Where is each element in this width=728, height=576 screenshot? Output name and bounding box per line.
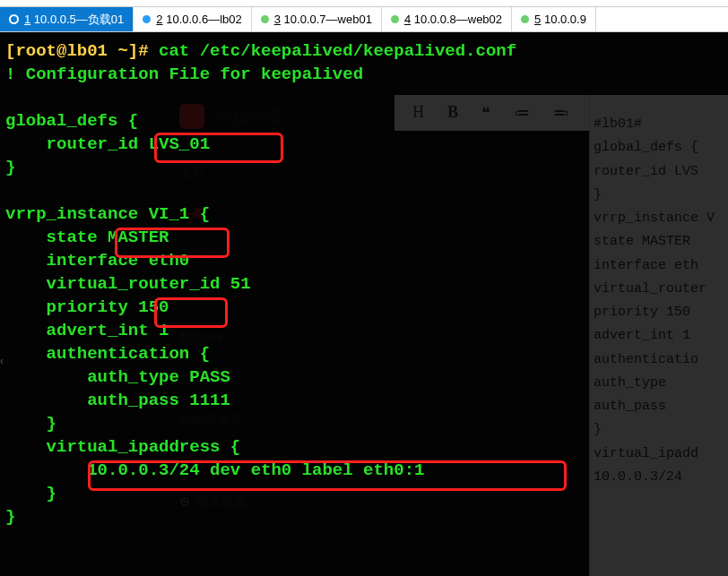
status-icon (261, 15, 269, 23)
main-area: 今日头条 主页 头条 内容管理 评论管理 数据分析 粉丝分析 功能实验室 素材管… (0, 32, 728, 576)
browser-tab-strip: 1 10.0.0.5—负载01 2 10.0.0.6—lb02 3 10.0.0… (0, 7, 728, 32)
status-icon (391, 15, 399, 23)
highlight-vip (88, 460, 567, 491)
status-icon (143, 15, 151, 23)
tab-label: 1 10.0.0.5—负载01 (24, 12, 124, 28)
tab-label: 2 10.0.0.6—lb02 (156, 13, 241, 26)
terminal-output[interactable]: [root@lb01 ~]# cat /etc/keepalived/keepa… (5, 39, 576, 529)
tab-1[interactable]: 1 10.0.0.5—负载01 (0, 7, 134, 31)
highlight-router-id (154, 133, 283, 163)
tab-3[interactable]: 3 10.0.0.7—web01 (252, 7, 382, 31)
tab-label: 4 10.0.0.8—web02 (404, 13, 502, 26)
status-icon (9, 14, 19, 24)
highlight-state (115, 228, 230, 258)
address-bar-fragment (0, 0, 728, 7)
ghost-right-panel: #lb01# global_defs { router_id LVS } vrr… (589, 95, 728, 576)
tab-4[interactable]: 4 10.0.0.8—web02 (382, 7, 512, 31)
highlight-priority (154, 297, 228, 328)
tab-5[interactable]: 5 10.0.0.9 (512, 7, 596, 31)
tab-label: 3 10.0.0.7—web01 (274, 13, 372, 26)
tab-2[interactable]: 2 10.0.0.6—lb02 (134, 7, 251, 31)
tab-label: 5 10.0.0.9 (534, 13, 586, 26)
scrollbar-caret-icon: ‹ (0, 355, 7, 382)
status-icon (521, 15, 529, 23)
